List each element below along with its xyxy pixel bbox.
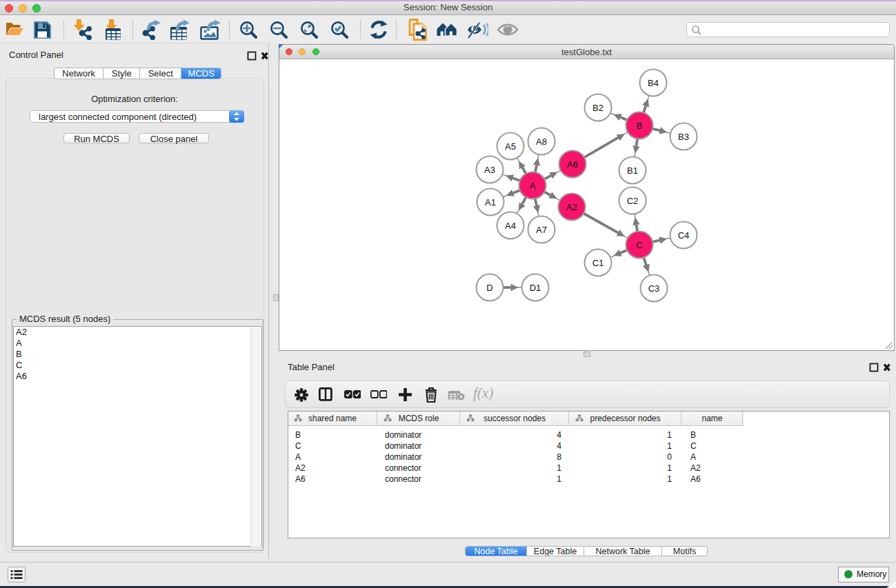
svg-text:A5: A5 — [505, 141, 516, 152]
svg-text:A: A — [530, 181, 536, 191]
svg-text:B4: B4 — [648, 78, 659, 88]
svg-text:C4: C4 — [678, 230, 690, 241]
svg-text:B: B — [637, 121, 643, 131]
svg-text:A8: A8 — [536, 136, 547, 147]
svg-text:A4: A4 — [505, 221, 516, 231]
svg-text:B3: B3 — [678, 132, 689, 142]
svg-text:D1: D1 — [530, 283, 541, 293]
svg-text:C: C — [636, 240, 642, 250]
svg-text:C2: C2 — [627, 196, 639, 206]
svg-text:A3: A3 — [484, 165, 495, 175]
svg-text:A2: A2 — [566, 202, 577, 212]
svg-text:A6: A6 — [567, 159, 578, 170]
svg-text:B1: B1 — [627, 165, 638, 176]
svg-text:A7: A7 — [536, 225, 547, 235]
svg-text:C3: C3 — [648, 283, 660, 294]
svg-text:B2: B2 — [593, 103, 604, 113]
svg-text:C1: C1 — [593, 258, 604, 268]
svg-text:A1: A1 — [485, 197, 496, 207]
svg-text:D: D — [486, 283, 492, 293]
